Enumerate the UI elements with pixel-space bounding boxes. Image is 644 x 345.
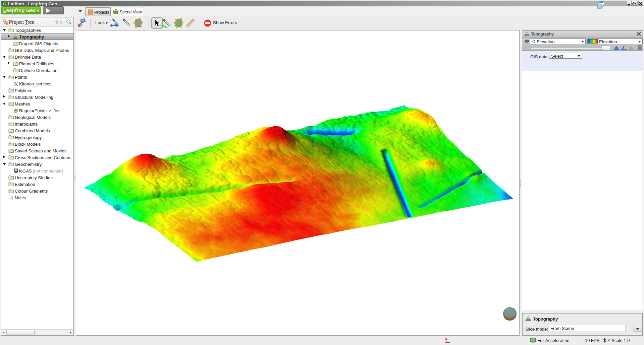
svg-text:0: 0 [60,20,62,25]
